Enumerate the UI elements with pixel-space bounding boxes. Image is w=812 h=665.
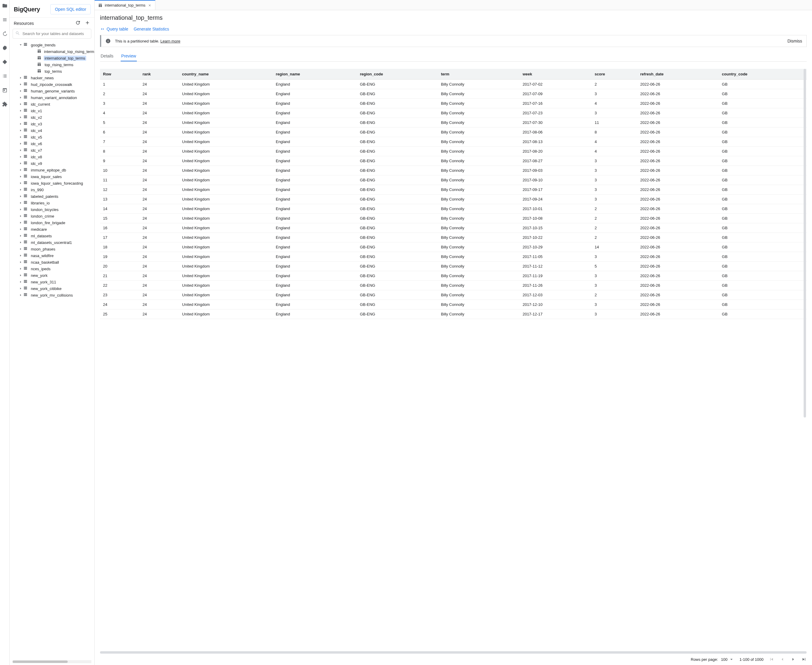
expand-icon[interactable]	[18, 247, 23, 251]
expand-icon[interactable]	[18, 260, 23, 264]
dismiss-button[interactable]: Dismiss	[787, 39, 802, 43]
dataset-item[interactable]: ml_datasets	[10, 233, 94, 239]
expand-icon[interactable]	[18, 96, 23, 99]
dataset-item[interactable]: idc_v6	[10, 140, 94, 147]
first-page-icon[interactable]	[769, 657, 774, 662]
expand-icon[interactable]	[18, 169, 23, 172]
table-row[interactable]: 424United KingdomEnglandGB-ENGBilly Conn…	[100, 108, 807, 118]
table-row[interactable]: 1624United KingdomEnglandGB-ENGBilly Con…	[100, 223, 807, 233]
dataset-item[interactable]: idc_v1	[10, 107, 94, 114]
add-icon[interactable]	[85, 20, 90, 26]
collapse-icon[interactable]	[18, 43, 23, 46]
column-header[interactable]: Row	[100, 69, 139, 80]
schedule-icon[interactable]	[2, 87, 8, 94]
dataset-item[interactable]: medicare	[10, 226, 94, 233]
dataset-item[interactable]: idc_v5	[10, 134, 94, 140]
expand-icon[interactable]	[18, 228, 23, 231]
expand-icon[interactable]	[18, 162, 23, 165]
table-row[interactable]: 624United KingdomEnglandGB-ENGBilly Conn…	[100, 128, 807, 137]
expand-icon[interactable]	[18, 188, 23, 191]
vertical-scrollbar[interactable]	[804, 69, 806, 418]
column-header[interactable]: score	[592, 69, 637, 80]
table-row[interactable]: 1124United KingdomEnglandGB-ENGBilly Con…	[100, 175, 807, 185]
tab-details[interactable]: Details	[100, 51, 114, 61]
dataset-item[interactable]: new_york_311	[10, 278, 94, 285]
table-row[interactable]: 1524United KingdomEnglandGB-ENGBilly Con…	[100, 214, 807, 223]
column-header[interactable]: region_name	[273, 69, 357, 80]
table-row[interactable]: 724United KingdomEnglandGB-ENGBilly Conn…	[100, 137, 807, 147]
dataset-item[interactable]: hud_zipcode_crosswalk	[10, 81, 94, 88]
table-row[interactable]: 1424United KingdomEnglandGB-ENGBilly Con…	[100, 204, 807, 214]
query-history-icon[interactable]	[2, 31, 8, 38]
horizontal-scrollbar[interactable]	[100, 651, 807, 654]
column-header[interactable]: region_code	[357, 69, 438, 80]
expand-icon[interactable]	[18, 234, 23, 238]
expand-icon[interactable]	[18, 83, 23, 86]
table-row[interactable]: 2024United KingdomEnglandGB-ENGBilly Con…	[100, 262, 807, 271]
next-page-icon[interactable]	[791, 657, 796, 662]
preview-table-wrap[interactable]: Rowrankcountry_nameregion_nameregion_cod…	[100, 69, 807, 650]
search-input-wrapper[interactable]	[13, 29, 91, 39]
column-header[interactable]: term	[438, 69, 520, 80]
table-row[interactable]: 1224United KingdomEnglandGB-ENGBilly Con…	[100, 185, 807, 195]
table-row[interactable]: 524United KingdomEnglandGB-ENGBilly Conn…	[100, 118, 807, 128]
resource-tree[interactable]: google_trendsinternational_top_rising_te…	[10, 41, 94, 660]
table-row[interactable]: 924United KingdomEnglandGB-ENGBilly Conn…	[100, 156, 807, 166]
dataset-item[interactable]: new_york_citibike	[10, 285, 94, 292]
column-header[interactable]: week	[520, 69, 592, 80]
expand-icon[interactable]	[18, 149, 23, 152]
search-input[interactable]	[23, 31, 89, 36]
table-item[interactable]: international_top_terms	[10, 55, 94, 61]
table-row[interactable]: 124United KingdomEnglandGB-ENGBilly Conn…	[100, 80, 807, 89]
expand-icon[interactable]	[18, 195, 23, 198]
dataset-item[interactable]: irs_990	[10, 187, 94, 193]
table-row[interactable]: 324United KingdomEnglandGB-ENGBilly Conn…	[100, 99, 807, 108]
dataset-item[interactable]: idc_v7	[10, 147, 94, 154]
query-table-link[interactable]: Query table	[100, 27, 128, 31]
learn-more-link[interactable]: Learn more	[161, 39, 180, 43]
column-header[interactable]: country_name	[179, 69, 273, 80]
dataset-item[interactable]: labeled_patents	[10, 193, 94, 200]
dataset-item[interactable]: iowa_liquor_sales_forecasting	[10, 180, 94, 187]
table-item[interactable]: top_terms	[10, 68, 94, 75]
table-row[interactable]: 2324United KingdomEnglandGB-ENGBilly Con…	[100, 290, 807, 300]
expand-icon[interactable]	[18, 221, 23, 224]
last-page-icon[interactable]	[801, 657, 807, 662]
expand-icon[interactable]	[18, 215, 23, 218]
list-icon[interactable]	[2, 17, 8, 23]
dataset-item[interactable]: human_genome_variants	[10, 88, 94, 94]
dataset-item[interactable]: idc_v3	[10, 121, 94, 127]
dataset-item[interactable]: idc_v4	[10, 127, 94, 134]
table-item[interactable]: international_top_rising_terms	[10, 48, 94, 55]
dataset-item[interactable]: google_trends	[10, 42, 94, 48]
expand-icon[interactable]	[18, 116, 23, 119]
table-row[interactable]: 1024United KingdomEnglandGB-ENGBilly Con…	[100, 166, 807, 175]
dataset-item[interactable]: nces_ipeds	[10, 265, 94, 272]
table-row[interactable]: 2124United KingdomEnglandGB-ENGBilly Con…	[100, 271, 807, 281]
table-row[interactable]: 1324United KingdomEnglandGB-ENGBilly Con…	[100, 195, 807, 204]
expand-icon[interactable]	[18, 136, 23, 139]
diamond-icon[interactable]	[2, 59, 8, 66]
expand-icon[interactable]	[18, 155, 23, 158]
expand-icon[interactable]	[18, 90, 23, 92]
dataset-item[interactable]: moon_phases	[10, 246, 94, 252]
dataset-item[interactable]: idc_current	[10, 101, 94, 107]
close-icon[interactable]	[148, 3, 151, 7]
prev-page-icon[interactable]	[780, 657, 785, 662]
expand-icon[interactable]	[18, 123, 23, 125]
dataset-item[interactable]: london_crime	[10, 213, 94, 219]
expand-icon[interactable]	[18, 129, 23, 132]
tab-preview[interactable]: Preview	[121, 51, 137, 61]
expand-icon[interactable]	[18, 201, 23, 205]
table-row[interactable]: 224United KingdomEnglandGB-ENGBilly Conn…	[100, 89, 807, 99]
folder-icon[interactable]	[2, 3, 8, 9]
dataset-item[interactable]: ml_datasets_uscentral1	[10, 239, 94, 246]
dataset-item[interactable]: london_bicycles	[10, 206, 94, 213]
dataset-item[interactable]: immune_epitope_db	[10, 167, 94, 173]
dataset-item[interactable]: idc_v9	[10, 160, 94, 167]
expand-icon[interactable]	[18, 287, 23, 290]
open-sql-editor-button[interactable]: Open SQL editor	[50, 4, 91, 15]
expand-icon[interactable]	[18, 103, 23, 106]
expand-icon[interactable]	[18, 293, 23, 296]
dataset-item[interactable]: new_york	[10, 272, 94, 278]
